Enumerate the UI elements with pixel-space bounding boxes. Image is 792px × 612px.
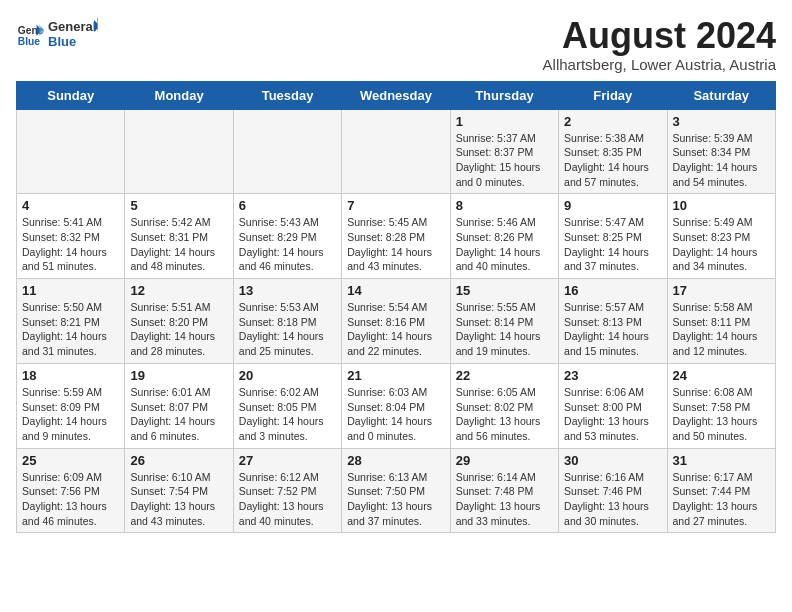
day-detail: Sunrise: 5:55 AM Sunset: 8:14 PM Dayligh…	[456, 300, 553, 359]
day-detail: Sunrise: 5:58 AM Sunset: 8:11 PM Dayligh…	[673, 300, 770, 359]
calendar-cell	[342, 109, 450, 194]
day-detail: Sunrise: 5:38 AM Sunset: 8:35 PM Dayligh…	[564, 131, 661, 190]
calendar-cell: 28Sunrise: 6:13 AM Sunset: 7:50 PM Dayli…	[342, 448, 450, 533]
day-detail: Sunrise: 5:41 AM Sunset: 8:32 PM Dayligh…	[22, 215, 119, 274]
calendar-cell: 7Sunrise: 5:45 AM Sunset: 8:28 PM Daylig…	[342, 194, 450, 279]
day-detail: Sunrise: 6:17 AM Sunset: 7:44 PM Dayligh…	[673, 470, 770, 529]
day-detail: Sunrise: 5:45 AM Sunset: 8:28 PM Dayligh…	[347, 215, 444, 274]
day-number: 27	[239, 453, 336, 468]
day-number: 24	[673, 368, 770, 383]
calendar-week-2: 4Sunrise: 5:41 AM Sunset: 8:32 PM Daylig…	[17, 194, 776, 279]
calendar-cell: 31Sunrise: 6:17 AM Sunset: 7:44 PM Dayli…	[667, 448, 775, 533]
logo-text-area: General Blue	[48, 16, 98, 54]
day-number: 26	[130, 453, 227, 468]
calendar-cell	[17, 109, 125, 194]
col-thursday: Thursday	[450, 81, 558, 109]
calendar-week-3: 11Sunrise: 5:50 AM Sunset: 8:21 PM Dayli…	[17, 279, 776, 364]
calendar-cell: 26Sunrise: 6:10 AM Sunset: 7:54 PM Dayli…	[125, 448, 233, 533]
calendar-week-5: 25Sunrise: 6:09 AM Sunset: 7:56 PM Dayli…	[17, 448, 776, 533]
day-number: 5	[130, 198, 227, 213]
logo: General Blue General Blue	[16, 16, 98, 54]
calendar-subtitle: Allhartsberg, Lower Austria, Austria	[543, 56, 776, 73]
calendar-cell: 11Sunrise: 5:50 AM Sunset: 8:21 PM Dayli…	[17, 279, 125, 364]
day-detail: Sunrise: 6:01 AM Sunset: 8:07 PM Dayligh…	[130, 385, 227, 444]
calendar-cell: 3Sunrise: 5:39 AM Sunset: 8:34 PM Daylig…	[667, 109, 775, 194]
calendar-cell: 9Sunrise: 5:47 AM Sunset: 8:25 PM Daylig…	[559, 194, 667, 279]
day-detail: Sunrise: 6:14 AM Sunset: 7:48 PM Dayligh…	[456, 470, 553, 529]
day-number: 16	[564, 283, 661, 298]
svg-text:General: General	[48, 19, 96, 34]
day-detail: Sunrise: 6:10 AM Sunset: 7:54 PM Dayligh…	[130, 470, 227, 529]
day-number: 22	[456, 368, 553, 383]
calendar-cell	[233, 109, 341, 194]
day-detail: Sunrise: 6:06 AM Sunset: 8:00 PM Dayligh…	[564, 385, 661, 444]
day-detail: Sunrise: 5:54 AM Sunset: 8:16 PM Dayligh…	[347, 300, 444, 359]
day-detail: Sunrise: 6:16 AM Sunset: 7:46 PM Dayligh…	[564, 470, 661, 529]
day-detail: Sunrise: 5:43 AM Sunset: 8:29 PM Dayligh…	[239, 215, 336, 274]
calendar-cell: 29Sunrise: 6:14 AM Sunset: 7:48 PM Dayli…	[450, 448, 558, 533]
svg-marker-7	[97, 17, 98, 31]
calendar-cell: 22Sunrise: 6:05 AM Sunset: 8:02 PM Dayli…	[450, 363, 558, 448]
calendar-cell: 24Sunrise: 6:08 AM Sunset: 7:58 PM Dayli…	[667, 363, 775, 448]
col-friday: Friday	[559, 81, 667, 109]
calendar-cell: 5Sunrise: 5:42 AM Sunset: 8:31 PM Daylig…	[125, 194, 233, 279]
day-number: 12	[130, 283, 227, 298]
calendar-cell: 18Sunrise: 5:59 AM Sunset: 8:09 PM Dayli…	[17, 363, 125, 448]
day-detail: Sunrise: 5:46 AM Sunset: 8:26 PM Dayligh…	[456, 215, 553, 274]
day-detail: Sunrise: 5:49 AM Sunset: 8:23 PM Dayligh…	[673, 215, 770, 274]
svg-text:Blue: Blue	[18, 36, 41, 47]
calendar-cell: 6Sunrise: 5:43 AM Sunset: 8:29 PM Daylig…	[233, 194, 341, 279]
day-number: 8	[456, 198, 553, 213]
calendar-cell: 17Sunrise: 5:58 AM Sunset: 8:11 PM Dayli…	[667, 279, 775, 364]
calendar-table: Sunday Monday Tuesday Wednesday Thursday…	[16, 81, 776, 534]
logo-icon: General Blue	[16, 21, 44, 49]
day-number: 15	[456, 283, 553, 298]
calendar-cell: 2Sunrise: 5:38 AM Sunset: 8:35 PM Daylig…	[559, 109, 667, 194]
day-number: 31	[673, 453, 770, 468]
col-tuesday: Tuesday	[233, 81, 341, 109]
calendar-week-4: 18Sunrise: 5:59 AM Sunset: 8:09 PM Dayli…	[17, 363, 776, 448]
day-number: 18	[22, 368, 119, 383]
day-detail: Sunrise: 6:05 AM Sunset: 8:02 PM Dayligh…	[456, 385, 553, 444]
day-detail: Sunrise: 5:57 AM Sunset: 8:13 PM Dayligh…	[564, 300, 661, 359]
day-detail: Sunrise: 6:12 AM Sunset: 7:52 PM Dayligh…	[239, 470, 336, 529]
day-number: 13	[239, 283, 336, 298]
calendar-cell: 8Sunrise: 5:46 AM Sunset: 8:26 PM Daylig…	[450, 194, 558, 279]
day-number: 3	[673, 114, 770, 129]
calendar-cell: 27Sunrise: 6:12 AM Sunset: 7:52 PM Dayli…	[233, 448, 341, 533]
calendar-cell: 4Sunrise: 5:41 AM Sunset: 8:32 PM Daylig…	[17, 194, 125, 279]
day-detail: Sunrise: 6:02 AM Sunset: 8:05 PM Dayligh…	[239, 385, 336, 444]
day-detail: Sunrise: 5:39 AM Sunset: 8:34 PM Dayligh…	[673, 131, 770, 190]
calendar-cell: 14Sunrise: 5:54 AM Sunset: 8:16 PM Dayli…	[342, 279, 450, 364]
day-number: 29	[456, 453, 553, 468]
col-wednesday: Wednesday	[342, 81, 450, 109]
col-sunday: Sunday	[17, 81, 125, 109]
day-detail: Sunrise: 5:37 AM Sunset: 8:37 PM Dayligh…	[456, 131, 553, 190]
day-number: 25	[22, 453, 119, 468]
day-number: 11	[22, 283, 119, 298]
day-detail: Sunrise: 5:51 AM Sunset: 8:20 PM Dayligh…	[130, 300, 227, 359]
day-number: 4	[22, 198, 119, 213]
day-number: 28	[347, 453, 444, 468]
calendar-cell: 19Sunrise: 6:01 AM Sunset: 8:07 PM Dayli…	[125, 363, 233, 448]
day-number: 20	[239, 368, 336, 383]
day-number: 30	[564, 453, 661, 468]
day-detail: Sunrise: 5:50 AM Sunset: 8:21 PM Dayligh…	[22, 300, 119, 359]
day-number: 9	[564, 198, 661, 213]
day-number: 1	[456, 114, 553, 129]
calendar-cell: 30Sunrise: 6:16 AM Sunset: 7:46 PM Dayli…	[559, 448, 667, 533]
title-area: August 2024 Allhartsberg, Lower Austria,…	[543, 16, 776, 73]
calendar-title: August 2024	[543, 16, 776, 56]
day-detail: Sunrise: 5:42 AM Sunset: 8:31 PM Dayligh…	[130, 215, 227, 274]
calendar-cell: 20Sunrise: 6:02 AM Sunset: 8:05 PM Dayli…	[233, 363, 341, 448]
svg-text:Blue: Blue	[48, 34, 76, 49]
day-detail: Sunrise: 5:47 AM Sunset: 8:25 PM Dayligh…	[564, 215, 661, 274]
day-detail: Sunrise: 6:09 AM Sunset: 7:56 PM Dayligh…	[22, 470, 119, 529]
day-number: 17	[673, 283, 770, 298]
day-number: 23	[564, 368, 661, 383]
header-row: Sunday Monday Tuesday Wednesday Thursday…	[17, 81, 776, 109]
calendar-cell	[125, 109, 233, 194]
logo-svg: General Blue	[48, 16, 98, 54]
page-header: General Blue General Blue August 2024 Al…	[16, 16, 776, 73]
day-number: 10	[673, 198, 770, 213]
